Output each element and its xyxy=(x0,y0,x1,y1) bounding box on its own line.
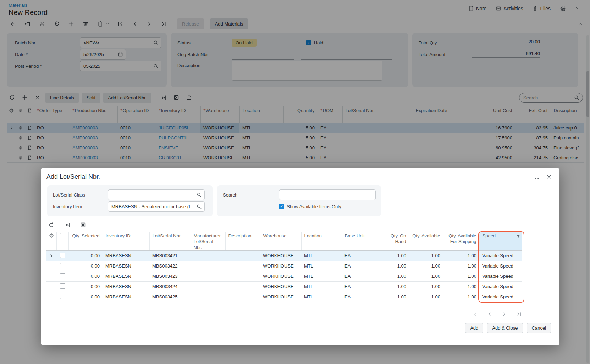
page-previous-button[interactable] xyxy=(487,311,492,317)
row-checkbox[interactable] xyxy=(60,263,65,268)
cell-qty-available-for-shipping[interactable]: 1.00 xyxy=(443,292,479,302)
cell-description[interactable] xyxy=(225,271,260,281)
cell-qty-available[interactable]: 1.00 xyxy=(409,281,443,292)
cell-warehouse[interactable]: WORKHOUSE xyxy=(260,261,301,271)
cell-inventory-id[interactable]: MRBASESN xyxy=(103,271,149,281)
table-row[interactable]: 0.00MRBASESNMBS003421WORKHOUSEMTLEA1.001… xyxy=(46,250,522,261)
col-header-warehouse[interactable]: Warehouse xyxy=(260,232,301,250)
cell-location[interactable]: MTL xyxy=(301,261,342,271)
cancel-button[interactable]: Cancel xyxy=(527,323,551,333)
cell-inventory-id[interactable]: MRBASESN xyxy=(103,292,149,302)
page-last-button[interactable] xyxy=(517,311,522,317)
col-header-description[interactable]: Description xyxy=(225,232,260,250)
close-icon[interactable] xyxy=(546,174,552,180)
cell-base-unit[interactable]: EA xyxy=(342,292,376,302)
row-expander-icon[interactable] xyxy=(48,254,55,258)
refresh-button[interactable] xyxy=(48,222,54,228)
checkbox-cell[interactable] xyxy=(56,292,68,302)
cell-warehouse[interactable]: WORKHOUSE xyxy=(260,271,301,281)
cell-description[interactable] xyxy=(225,281,260,292)
cell-lot-serial-nbr[interactable]: MBS003421 xyxy=(149,250,191,261)
col-header-base-unit[interactable]: Base Unit xyxy=(342,232,376,250)
cell-inventory-id[interactable]: MRBASESN xyxy=(103,281,149,292)
cell-lot-serial-nbr[interactable]: MBS003423 xyxy=(149,271,191,281)
cell-manufacturer-lot-serial-nbr[interactable] xyxy=(191,292,225,302)
cell-speed[interactable]: Variable Speed xyxy=(479,250,522,261)
fit-width-button[interactable] xyxy=(64,222,70,228)
filter-icon[interactable] xyxy=(516,234,520,238)
inventory-item-input[interactable] xyxy=(108,204,204,209)
cell-base-unit[interactable]: EA xyxy=(342,271,376,281)
cell-qty-available-for-shipping[interactable]: 1.00 xyxy=(443,250,479,261)
row-expander-cell[interactable] xyxy=(46,292,56,302)
cell-base-unit[interactable]: EA xyxy=(342,281,376,292)
select-all-column-header[interactable] xyxy=(56,232,68,250)
lot-serial-class-field[interactable] xyxy=(108,189,205,200)
cell-qty-available-for-shipping[interactable]: 1.00 xyxy=(443,261,479,271)
cell-description[interactable] xyxy=(225,292,260,302)
select-all-checkbox[interactable] xyxy=(60,233,65,238)
checkbox-cell[interactable] xyxy=(56,261,68,271)
cell-description[interactable] xyxy=(225,250,260,261)
cell-lot-serial-nbr[interactable]: MBS003425 xyxy=(149,292,191,302)
show-available-checkbox[interactable]: ✓ xyxy=(279,204,284,209)
cell-qty-available-for-shipping[interactable]: 1.00 xyxy=(443,271,479,281)
cell-qty-selected[interactable]: 0.00 xyxy=(68,292,103,302)
col-header-qty-available[interactable]: Qty. Available xyxy=(409,232,443,250)
cell-speed[interactable]: Variable Speed xyxy=(479,292,522,302)
col-header-qty-on-hand[interactable]: Qty. On Hand xyxy=(376,232,409,250)
row-checkbox[interactable] xyxy=(60,283,65,289)
row-expander-cell[interactable] xyxy=(46,271,56,281)
table-row[interactable]: 0.00MRBASESNMBS003425WORKHOUSEMTLEA1.001… xyxy=(46,292,522,302)
lot-serial-class-input[interactable] xyxy=(108,192,204,198)
cell-qty-available[interactable]: 1.00 xyxy=(409,250,443,261)
table-row[interactable]: 0.00MRBASESNMBS003424WORKHOUSEMTLEA1.001… xyxy=(46,281,522,292)
col-header-lot-serial-nbr[interactable]: Lot/Serial Nbr. xyxy=(149,232,191,250)
cell-warehouse[interactable]: WORKHOUSE xyxy=(260,292,301,302)
export-excel-button[interactable] xyxy=(80,222,86,228)
row-expander-cell[interactable] xyxy=(46,281,56,292)
checkbox-cell[interactable] xyxy=(56,281,68,292)
cell-qty-available[interactable]: 1.00 xyxy=(409,261,443,271)
cell-location[interactable]: MTL xyxy=(301,250,342,261)
cell-qty-available[interactable]: 1.00 xyxy=(409,292,443,302)
cell-location[interactable]: MTL xyxy=(301,292,342,302)
cell-inventory-id[interactable]: MRBASESN xyxy=(103,250,149,261)
search-icon[interactable] xyxy=(197,204,202,209)
cell-warehouse[interactable]: WORKHOUSE xyxy=(260,281,301,292)
cell-manufacturer-lot-serial-nbr[interactable] xyxy=(191,271,225,281)
row-checkbox[interactable] xyxy=(60,294,65,299)
maximize-icon[interactable] xyxy=(534,174,540,180)
cell-lot-serial-nbr[interactable]: MBS003422 xyxy=(149,261,191,271)
cell-manufacturer-lot-serial-nbr[interactable] xyxy=(191,281,225,292)
row-expander-cell[interactable] xyxy=(46,261,56,271)
col-header-location[interactable]: Location xyxy=(301,232,342,250)
checkbox-cell[interactable] xyxy=(56,271,68,281)
cell-base-unit[interactable]: EA xyxy=(342,250,376,261)
dialog-search-field[interactable] xyxy=(279,189,376,200)
row-expander-cell[interactable] xyxy=(46,250,56,261)
add-button[interactable]: Add xyxy=(465,323,483,333)
cell-manufacturer-lot-serial-nbr[interactable] xyxy=(191,261,225,271)
cell-lot-serial-nbr[interactable]: MBS003424 xyxy=(149,281,191,292)
cell-qty-selected[interactable]: 0.00 xyxy=(68,281,103,292)
dialog-search-input[interactable] xyxy=(279,192,375,198)
cell-qty-available[interactable]: 1.00 xyxy=(409,271,443,281)
cell-qty-on-hand[interactable]: 1.00 xyxy=(376,250,409,261)
cell-location[interactable]: MTL xyxy=(301,281,342,292)
table-row[interactable]: 0.00MRBASESNMBS003423WORKHOUSEMTLEA1.001… xyxy=(46,271,522,281)
cell-speed[interactable]: Variable Speed xyxy=(479,261,522,271)
cell-qty-selected[interactable]: 0.00 xyxy=(68,250,103,261)
cell-qty-available-for-shipping[interactable]: 1.00 xyxy=(443,281,479,292)
cell-qty-selected[interactable]: 0.00 xyxy=(68,261,103,271)
row-checkbox[interactable] xyxy=(60,253,65,258)
cell-speed[interactable]: Variable Speed xyxy=(479,271,522,281)
cell-manufacturer-lot-serial-nbr[interactable] xyxy=(191,250,225,261)
row-checkbox[interactable] xyxy=(60,273,65,278)
cell-qty-on-hand[interactable]: 1.00 xyxy=(376,281,409,292)
cell-qty-on-hand[interactable]: 1.00 xyxy=(376,261,409,271)
cell-qty-on-hand[interactable]: 1.00 xyxy=(376,292,409,302)
cell-qty-on-hand[interactable]: 1.00 xyxy=(376,271,409,281)
page-next-button[interactable] xyxy=(502,311,507,317)
col-header-speed[interactable]: Speed xyxy=(479,232,522,250)
